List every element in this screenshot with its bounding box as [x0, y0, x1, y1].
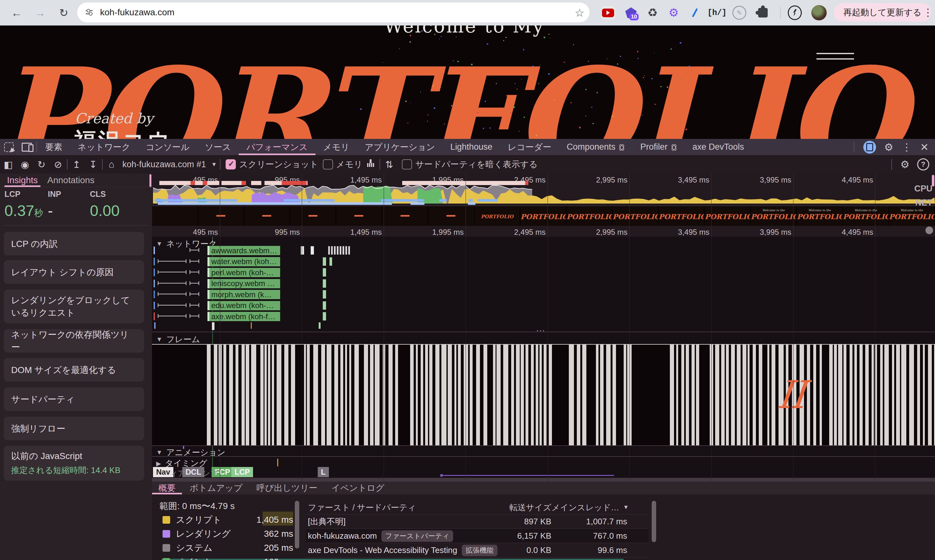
- upload-profile-icon[interactable]: ↥: [68, 159, 85, 170]
- insight-card-5[interactable]: サードパーティ: [4, 387, 144, 411]
- bookmark-star-icon[interactable]: ☆: [575, 6, 584, 19]
- request-bar[interactable]: perl.webm (koh-…: [207, 268, 280, 277]
- filmstrip-thumbnail[interactable]: PORTFOLIOWelcome to the: [843, 206, 889, 226]
- devtools-tab-3[interactable]: ソース: [197, 139, 239, 155]
- filmstrip-thumbnail[interactable]: PORTFOLIO: [659, 206, 704, 226]
- recycle-extension-icon[interactable]: ♻: [645, 6, 660, 20]
- column-main-thread[interactable]: メインスレッド…: [551, 502, 619, 513]
- avatar[interactable]: [811, 5, 827, 20]
- request-bar[interactable]: leniscopy.webm …: [207, 279, 280, 289]
- bottom-tab-3[interactable]: イベントログ: [325, 482, 391, 494]
- insight-card-6[interactable]: 強制リフロー: [4, 417, 144, 440]
- tab-insights[interactable]: Insights: [5, 174, 40, 187]
- pen-extension-icon[interactable]: [688, 6, 702, 20]
- devtools-tab-1[interactable]: ネットワーク: [70, 139, 138, 155]
- bottom-tab-2[interactable]: 呼び出しツリー: [250, 482, 324, 494]
- sidebar-scrollbar[interactable]: [149, 174, 151, 187]
- help-icon[interactable]: ?: [917, 158, 929, 171]
- devtools-tab-7[interactable]: Lighthouse: [443, 139, 500, 155]
- filmstrip-thumbnail[interactable]: [152, 206, 197, 226]
- overview-scrollbar[interactable]: [932, 175, 934, 186]
- devtools-settings-gear-icon[interactable]: ⚙: [884, 141, 893, 153]
- collapse-tracks-icon[interactable]: ⇅: [381, 159, 397, 170]
- column-entity[interactable]: ファースト / サードパーティ: [308, 502, 416, 513]
- request-bar[interactable]: morph.webm (k…: [207, 289, 280, 299]
- pencil-extension-icon[interactable]: ✎: [732, 6, 746, 20]
- toggle-sidebar-icon[interactable]: ◧: [0, 159, 17, 170]
- devtools-tab-10[interactable]: Profiler: [633, 139, 685, 155]
- devtools-tab-8[interactable]: レコーダー: [500, 139, 559, 155]
- address-bar[interactable]: koh-fukuzawa.com ☆: [77, 3, 590, 22]
- network-request-row[interactable]: morph.webm (k…: [152, 289, 935, 300]
- url-text[interactable]: koh-fukuzawa.com: [100, 7, 174, 17]
- network-request-row[interactable]: water.webm (koh…: [152, 257, 935, 267]
- filmstrip-thumbnail[interactable]: [428, 206, 474, 226]
- filmstrip-thumbnail[interactable]: PORTFOLIOWelcome to the: [889, 206, 935, 226]
- network-request-row[interactable]: edu.webm (koh-…: [152, 300, 935, 311]
- download-profile-icon[interactable]: ↧: [85, 159, 101, 170]
- filmstrip-thumbnail[interactable]: [244, 206, 290, 226]
- purple-gear-extension-icon[interactable]: ⚙: [667, 6, 681, 20]
- back-arrow-icon[interactable]: ←: [9, 6, 23, 20]
- timeline-overview[interactable]: 495 ms995 ms1,495 ms1,995 ms2,495 ms2,99…: [152, 174, 935, 237]
- site-info-icon[interactable]: [83, 6, 96, 19]
- devtools-tab-6[interactable]: アプリケーション: [357, 139, 443, 155]
- frames-track-header[interactable]: ▼ フレーム: [156, 334, 200, 345]
- insight-card-7[interactable]: 以前の JavaScript推定される短縮時間: 14.4 KB: [4, 446, 144, 481]
- insight-card-4[interactable]: DOM サイズを最適化する: [4, 358, 144, 382]
- request-bar[interactable]: axe.webm (koh-f…: [207, 312, 280, 322]
- forward-arrow-icon[interactable]: →: [33, 6, 47, 20]
- garbage-collect-icon[interactable]: [362, 159, 379, 170]
- request-bar[interactable]: water.webm (koh…: [207, 257, 280, 267]
- memory-checkbox[interactable]: [323, 159, 333, 169]
- insight-card-1[interactable]: レイアウト シフトの原因: [4, 260, 144, 284]
- table-row[interactable]: [出典不明]897 KB1,007.7 ms: [306, 514, 648, 529]
- extension-badge-10-icon[interactable]: 10: [624, 6, 638, 20]
- devtools-tab-9[interactable]: Components: [559, 139, 633, 155]
- bottom-tab-0[interactable]: 概要: [152, 482, 182, 494]
- devtools-tab-2[interactable]: コンソール: [138, 139, 197, 155]
- bottom-tab-1[interactable]: ボトムアップ: [183, 482, 249, 494]
- insight-card-2[interactable]: レンダリングをブロックしているリクエスト: [4, 289, 144, 323]
- filmstrip-thumbnail[interactable]: [198, 206, 244, 226]
- network-request-row[interactable]: axe.webm (koh-f…: [152, 311, 935, 322]
- marker-lcp[interactable]: LCP: [231, 467, 253, 477]
- reload-record-icon[interactable]: ↻: [33, 159, 50, 170]
- third-party-checkbox[interactable]: [402, 159, 412, 169]
- clear-icon[interactable]: ⊘: [50, 159, 66, 170]
- device-toolbar-icon[interactable]: [18, 139, 36, 155]
- devtools-tab-11[interactable]: axe DevTools: [685, 139, 752, 155]
- devtools-tab-0[interactable]: 要素: [38, 139, 70, 155]
- network-request-row[interactable]: perl.webm (koh-…: [152, 267, 935, 278]
- network-request-row[interactable]: leniscopy.webm …: [152, 278, 935, 289]
- scroll-knob[interactable]: [926, 226, 933, 234]
- filmstrip-thumbnail[interactable]: [382, 206, 428, 226]
- filmstrip-thumbnail[interactable]: PORTFOLIO: [474, 206, 520, 226]
- filmstrip-thumbnail[interactable]: PORTFOLIOWelcome to the: [751, 206, 796, 226]
- network-request-row[interactable]: awwwards.webm…: [152, 245, 935, 256]
- marker-l[interactable]: L: [318, 467, 329, 477]
- inspect-element-icon[interactable]: [0, 139, 18, 155]
- devtools-tab-5[interactable]: メモリ: [316, 139, 357, 155]
- request-bar[interactable]: edu.webm (koh-…: [207, 301, 280, 311]
- summary-scrollbar[interactable]: [295, 501, 299, 549]
- extensions-puzzle-icon[interactable]: [756, 6, 770, 20]
- table-row[interactable]: koh-fukuzawa.comファーストパーティ6,157 KB767.0 m…: [306, 528, 648, 543]
- reload-icon[interactable]: ↻: [57, 6, 71, 20]
- tab-annotations[interactable]: Annotations: [45, 174, 97, 187]
- table-row[interactable]: axe DevTools - Web Accessibility Testing…: [306, 543, 648, 557]
- live-metrics-home-icon[interactable]: ⌂: [103, 159, 120, 170]
- flamechart-area[interactable]: ▼ ネットワーク awwwards.webm…water.webm (koh…p…: [152, 237, 935, 482]
- devtools-close-icon[interactable]: ✕: [920, 141, 929, 153]
- lightning-circle-icon[interactable]: [788, 6, 802, 20]
- request-bar[interactable]: awwwards.webm…: [207, 246, 280, 255]
- perf-settings-gear-icon[interactable]: ⚙: [900, 158, 909, 171]
- devtools-tab-4[interactable]: パフォーマンス: [239, 139, 316, 155]
- h-brackets-extension-icon[interactable]: [h/]: [710, 6, 724, 20]
- filmstrip-thumbnail[interactable]: PORTFOLIOWelcome to the: [797, 206, 842, 226]
- insight-card-0[interactable]: LCP の内訳: [4, 232, 144, 255]
- filmstrip-thumbnail[interactable]: PORTFOLIO: [613, 206, 658, 226]
- table-scrollbar[interactable]: [652, 501, 656, 542]
- screenshot-checkbox[interactable]: [226, 159, 236, 169]
- session-select[interactable]: koh-fukuzawa.com #1 ▼: [122, 160, 217, 169]
